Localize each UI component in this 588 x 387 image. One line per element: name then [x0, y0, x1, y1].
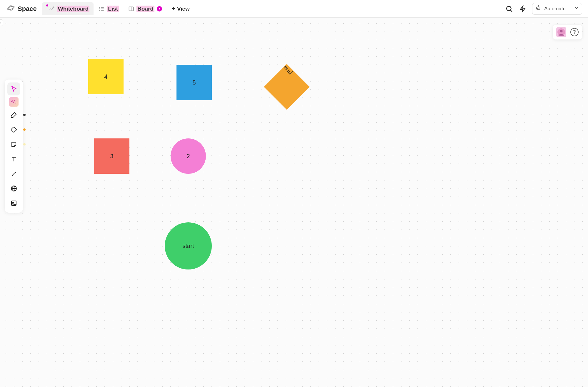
space-title-text: Space	[18, 5, 37, 13]
tool-pen[interactable]	[7, 108, 20, 121]
toolbox	[5, 80, 23, 213]
svg-point-17	[538, 6, 539, 6]
help-button[interactable]: ?	[570, 28, 579, 36]
node-5-label: 5	[192, 79, 196, 86]
tool-ai-generate[interactable]	[9, 97, 19, 107]
topbar-right: Automate	[505, 3, 582, 15]
svg-rect-22	[11, 127, 17, 133]
node-4-label: 4	[104, 73, 107, 80]
board-badge-icon	[157, 6, 162, 11]
node-end[interactable]: end	[271, 71, 303, 103]
search-button[interactable]	[505, 5, 513, 13]
automate-label: Automate	[544, 6, 566, 12]
svg-point-6	[100, 9, 100, 9]
svg-point-14	[537, 8, 538, 9]
sidebar-expand-handle[interactable]: ‹	[0, 19, 3, 26]
svg-point-1	[7, 5, 14, 10]
tab-list-label: List	[107, 6, 119, 12]
tab-whiteboard-label: Whiteboard	[57, 6, 90, 12]
space-title: Space	[6, 4, 41, 14]
tab-board[interactable]: Board	[124, 2, 166, 15]
pin-icon	[46, 4, 48, 6]
topbar: Space Whiteboard List Board + View	[0, 0, 588, 18]
canvas[interactable]: ‹ ?	[0, 18, 588, 387]
board-icon	[128, 6, 134, 12]
add-view-label: View	[177, 6, 190, 12]
list-icon	[99, 6, 105, 12]
help-label: ?	[573, 29, 576, 35]
svg-marker-12	[520, 6, 525, 12]
node-2-label: 2	[186, 153, 190, 160]
tool-web[interactable]	[7, 182, 20, 195]
node-start[interactable]: start	[165, 222, 212, 269]
svg-line-25	[12, 172, 16, 176]
bolt-button[interactable]	[519, 5, 527, 13]
node-3[interactable]: 3	[94, 138, 129, 174]
pen-color-dot	[23, 114, 26, 116]
node-start-label: start	[183, 243, 194, 249]
node-2[interactable]: 2	[171, 138, 206, 174]
add-view-button[interactable]: + View	[167, 5, 194, 13]
tab-whiteboard[interactable]: Whiteboard	[42, 2, 94, 15]
sticky-color-dot	[23, 143, 26, 145]
tool-image[interactable]	[7, 197, 20, 210]
tab-board-label: Board	[136, 6, 154, 12]
shape-color-dot	[23, 128, 26, 131]
tab-list[interactable]: List	[95, 2, 123, 15]
chevron-down-icon	[574, 6, 579, 12]
tool-sticky[interactable]	[7, 138, 20, 151]
presence-panel: ?	[553, 25, 582, 39]
robot-icon	[535, 5, 541, 12]
node-3-label: 3	[110, 153, 113, 160]
node-4[interactable]: 4	[88, 59, 124, 94]
plus-icon: +	[171, 5, 175, 13]
automate-button[interactable]: Automate	[532, 3, 582, 15]
whiteboard-icon	[49, 6, 55, 12]
svg-line-11	[511, 10, 512, 11]
svg-point-30	[12, 202, 14, 203]
svg-point-15	[539, 8, 539, 9]
svg-point-10	[507, 6, 511, 11]
planet-icon	[7, 4, 15, 14]
tool-connector[interactable]	[7, 167, 20, 180]
svg-point-7	[100, 10, 100, 11]
svg-point-19	[560, 30, 562, 32]
tool-shape[interactable]	[7, 123, 20, 136]
svg-point-5	[100, 7, 100, 8]
tool-text[interactable]	[7, 153, 20, 166]
svg-rect-29	[11, 201, 16, 206]
tool-select[interactable]	[7, 82, 20, 95]
node-5[interactable]: 5	[176, 65, 212, 100]
user-avatar[interactable]	[556, 27, 566, 37]
